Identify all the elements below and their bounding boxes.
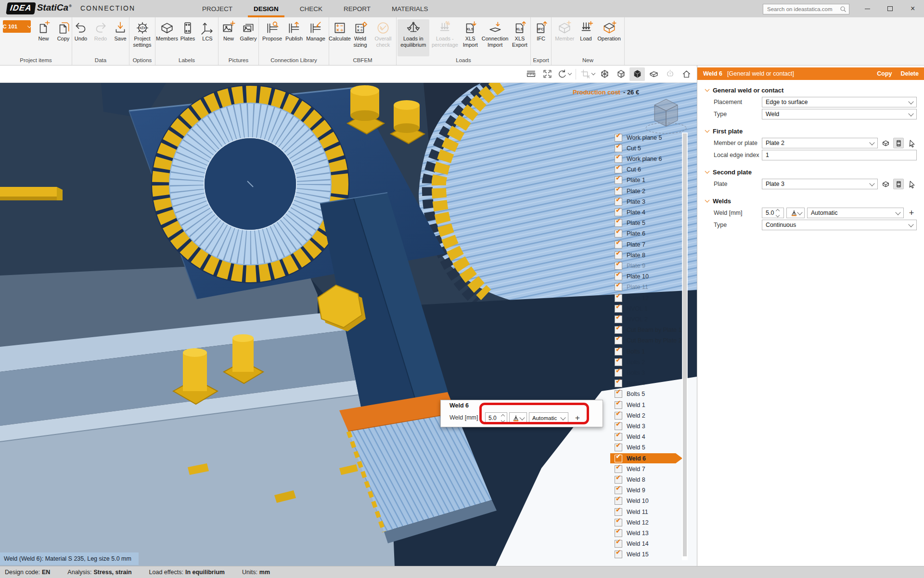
tab-design[interactable]: DESIGN [254,0,279,17]
checkbox-checked-icon[interactable]: ✔ [615,219,622,227]
tree-item-plate-12[interactable]: ✔Plate 12 [610,293,682,303]
project-item-selector[interactable]: C 101 [3,20,31,33]
tree-item-weld-14[interactable]: ✔Weld 14 [610,539,682,549]
tree-item-bolts-3[interactable]: ✔Bolts 3 [610,368,682,378]
checkbox-checked-icon[interactable]: ✔ [615,251,622,259]
spinner-arrows-icon[interactable] [499,415,507,422]
checkbox-checked-icon[interactable]: ✔ [615,369,622,377]
tree-item-cut-5[interactable]: ✔Cut 5 [610,143,682,153]
tree-item-bolts-2[interactable]: ✔Bolts 2 [610,357,682,367]
tree-item-weld-11[interactable]: ✔Weld 11 [610,507,682,517]
weld-type-dropdown[interactable] [509,412,527,424]
checkbox-checked-icon[interactable]: ✔ [615,508,622,516]
section-collapse-icon[interactable] [705,169,710,174]
checkbox-checked-icon[interactable]: ✔ [615,155,622,163]
checkbox-checked-icon[interactable]: ✔ [615,444,622,451]
lcs-button[interactable]: LCS [198,19,217,56]
member-pick-button[interactable] [880,138,891,148]
scrollbar-thumb[interactable] [683,133,687,556]
checkbox-checked-icon[interactable]: ✔ [615,209,622,216]
tree-item-weld-13[interactable]: ✔Weld 13 [610,528,682,538]
checkbox-checked-icon[interactable]: ✔ [615,465,622,473]
tree-item-weld-2[interactable]: ✔Weld 2 [610,410,682,420]
tree-item-cut-beam-by-plate-1[interactable]: ✔Cut Beam by Plate 1 [610,325,682,335]
checkbox-checked-icon[interactable]: ✔ [615,401,622,409]
tab-materials[interactable]: MATERIALS [392,0,428,17]
delete-button[interactable]: Delete [900,70,919,77]
checkbox-checked-icon[interactable]: ✔ [615,283,622,291]
checkbox-checked-icon[interactable]: ✔ [615,294,622,302]
checkbox-checked-icon[interactable]: ✔ [615,241,622,249]
cursor-pick-button[interactable] [906,179,917,189]
tree-item-weld-1[interactable]: ✔Weld 1 [610,400,682,410]
xls-export-button[interactable]: XLSXLS Export [510,19,529,56]
dropdown-member-or-plate[interactable]: Plate 2 [762,138,878,148]
dropdown-type[interactable]: Weld [762,109,917,119]
tree-item-plate-8[interactable]: ✔Plate 8 [610,250,682,260]
gallery-button[interactable]: Gallery [239,19,258,56]
tree-item-bolts-4[interactable]: ✔Bolts 4 [610,379,682,389]
tree-item-weld-3[interactable]: ✔Weld 3 [610,421,682,431]
weld-size-spinner[interactable]: 5.0 [762,208,784,218]
undo-button[interactable]: Undo [71,19,90,56]
tree-item-plate-10[interactable]: ✔Plate 10 [610,272,682,282]
section-collapse-icon[interactable] [705,87,710,92]
tree-item-cut-beam-by-plate-2[interactable]: ✔Cut Beam by Plate 2 [610,336,682,346]
checkbox-checked-icon[interactable]: ✔ [615,230,622,237]
operation-button[interactable]: Operation [596,19,622,56]
add-weld-button[interactable]: + [572,412,583,424]
checkbox-checked-icon[interactable]: ✔ [615,337,622,344]
checkbox-checked-icon[interactable]: ✔ [615,476,622,484]
tree-item-nvol-1[interactable]: ✔NVOL 1 [610,303,682,314]
checkbox-checked-icon[interactable]: ✔ [615,348,622,355]
checkbox-checked-icon[interactable]: ✔ [615,305,622,313]
section-collapse-icon[interactable] [705,198,710,203]
tree-item-weld-10[interactable]: ✔Weld 10 [610,496,682,506]
plate-pick-button[interactable] [893,138,904,148]
display-solid-button[interactable] [629,67,645,81]
dropdown-placement[interactable]: Edge to surface [762,97,917,107]
weld-sizing-button[interactable]: +−×÷Weld sizing [350,19,371,56]
checkbox-checked-icon[interactable]: ✔ [615,358,622,366]
tree-scrollbar[interactable] [682,132,688,560]
checkbox-checked-icon[interactable]: ✔ [615,529,622,537]
new-button[interactable]: New [219,19,238,56]
tree-item-weld-9[interactable]: ✔Weld 9 [610,486,682,496]
tree-item-plate-2[interactable]: ✔Plate 2 [610,186,682,196]
tree-item-bolts-1[interactable]: ✔Bolts 1 [610,346,682,356]
plates-button[interactable]: Plates [178,19,197,56]
tree-item-weld-15[interactable]: ✔Weld 15 [610,550,682,560]
save-button[interactable]: Save [111,19,130,56]
zoom-fit-button[interactable] [539,67,555,81]
tree-item-bolts-5[interactable]: ✔Bolts 5 [610,389,682,399]
tree-item-weld-5[interactable]: ✔Weld 5 [610,443,682,453]
tree-item-work-plane-6[interactable]: ✔Work plane 6 [610,154,682,164]
spinner-arrows-icon[interactable] [774,210,782,217]
rotate-view-button[interactable] [556,67,572,81]
search-input[interactable] [763,6,839,12]
dropdown-type[interactable]: Continuous [762,220,917,230]
tree-item-weld-8[interactable]: ✔Weld 8 [610,474,682,485]
checkbox-checked-icon[interactable]: ✔ [615,551,622,558]
tab-project[interactable]: PROJECT [202,0,232,17]
weld-mode-dropdown[interactable]: Automatic [529,412,568,424]
plate-pick-button[interactable] [893,179,904,189]
display-edges-button[interactable] [613,67,629,81]
checkbox-checked-icon[interactable]: ✔ [615,315,622,323]
checkbox-checked-icon[interactable]: ✔ [615,540,622,548]
close-button[interactable]: × [901,0,924,17]
manage-button[interactable]: Manage [305,19,327,56]
member-pick-button[interactable] [880,179,891,189]
checkbox-checked-icon[interactable]: ✔ [615,433,622,441]
project-settings-button[interactable]: </>Project settings [130,19,154,56]
propose-button[interactable]: Propose [261,19,283,56]
dropdown-plate[interactable]: Plate 3 [762,179,878,189]
load-button[interactable]: Load [577,19,596,56]
checkbox-checked-icon[interactable]: ✔ [615,198,622,206]
loads-in-equilibrium-button[interactable]: Loads in equilibrium [398,19,429,56]
checkbox-checked-icon[interactable]: ✔ [615,187,622,195]
connection-import-button[interactable]: Connection Import [480,19,510,56]
home-view-button[interactable] [679,67,694,81]
xls-import-button[interactable]: XLSXLS Import [461,19,480,56]
display-wireframe-button[interactable] [597,67,612,81]
